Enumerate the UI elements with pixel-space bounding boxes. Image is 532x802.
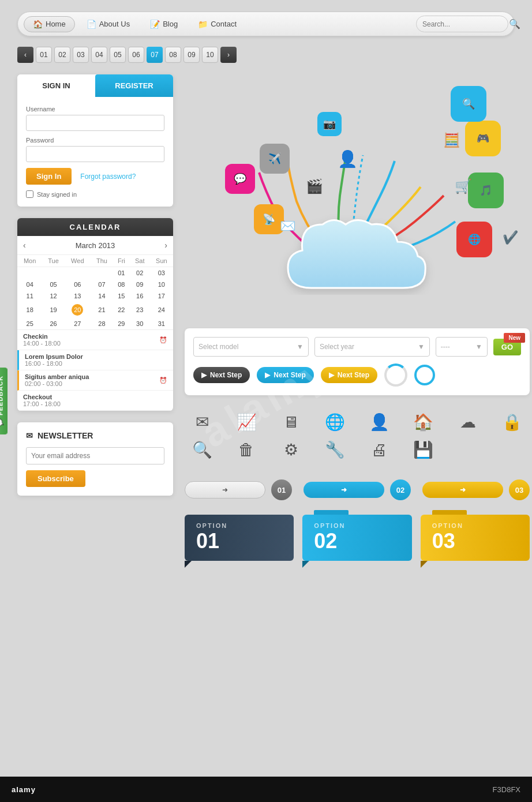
icon-search[interactable]: 🔍 [185,440,220,459]
icon-save[interactable]: 💾 [406,440,441,459]
cal-day[interactable]: 14 [91,290,113,302]
cal-day[interactable]: 30 [130,318,150,329]
forgot-password-link[interactable]: Forgot password? [80,173,136,181]
icon-gear[interactable]: ⚙ [273,440,309,459]
icon-globe[interactable]: 🌐 [317,413,353,432]
icon-chart[interactable]: 📈 [229,413,265,432]
nav-home[interactable]: 🏠 Home [24,16,75,32]
cal-day[interactable]: 08 [113,279,130,290]
page-08[interactable]: 08 [165,47,181,63]
cal-day[interactable]: 13 [65,290,91,302]
cal-day[interactable]: 07 [91,279,113,290]
nav-about[interactable]: 📄 About Us [78,17,138,32]
icon-print[interactable]: 🖨 [362,440,398,459]
username-input[interactable] [26,115,164,131]
app-icon-film: 🎬 [306,178,323,194]
cal-day[interactable]: 18 [17,302,42,318]
step-btn-3[interactable]: ▶ Next Step [321,367,377,383]
cal-day[interactable]: 10 [150,279,173,290]
page-03[interactable]: 03 [73,47,89,63]
loading-spinner [384,363,407,387]
cal-day[interactable]: 24 [150,302,173,318]
cal-day[interactable]: 28 [91,318,113,329]
step-btn-1[interactable]: ▶ Next Step [193,367,250,383]
cal-day[interactable]: 15 [113,290,130,302]
icon-monitor[interactable]: 🖥 [273,413,309,432]
page-06[interactable]: 06 [128,47,144,63]
app-icon-web: 🌐 [456,222,492,257]
cal-day[interactable]: 05 [42,279,64,290]
select-model-dropdown[interactable]: Select model ▼ [193,337,309,357]
signin-button[interactable]: Sign In [26,168,72,185]
cal-day[interactable]: 27 [65,318,91,329]
page-01[interactable]: 01 [36,47,52,63]
icon-lock[interactable]: 🔒 [494,413,530,432]
icon-trash[interactable]: 🗑 [229,440,265,459]
cal-day[interactable]: 02 [130,267,150,279]
nav-contact[interactable]: 📁 Contact [189,17,245,32]
cal-day[interactable]: 03 [150,267,173,279]
page-07-active[interactable]: 07 [147,47,163,63]
alarm-icon: ⏰ [159,336,167,344]
icon-cloud[interactable]: ☁ [450,413,486,432]
outline-button[interactable]: ➜ [185,481,265,499]
stay-signed-label: Stay signed in [37,191,77,198]
cal-day[interactable]: 25 [17,318,42,329]
subscribe-button[interactable]: Subscribe [26,470,85,487]
cal-day[interactable]: 26 [42,318,64,329]
select-year-dropdown[interactable]: Select year ▼ [314,337,430,357]
page-05[interactable]: 05 [110,47,126,63]
feedback-tab[interactable]: 💬 FEEDBACK [0,368,8,434]
cal-day[interactable]: 29 [113,318,130,329]
new-badge: New [504,333,525,343]
newsletter-box: ✉ NEWSLETTER Subscribe [17,422,173,496]
cal-day[interactable]: 19 [42,302,64,318]
icon-contact[interactable]: 👤 [362,413,398,432]
cal-day[interactable]: 04 [17,279,42,290]
cal-day[interactable]: 01 [113,267,130,279]
search-icon: 🔍 [509,18,520,29]
select-extra-dropdown[interactable]: ---- ▼ [436,337,488,357]
cal-day[interactable]: 11 [17,290,42,302]
page-02[interactable]: 02 [54,47,70,63]
cal-day[interactable]: 21 [91,302,113,318]
cal-day[interactable]: 31 [150,318,173,329]
mail-icon: ✉ [26,431,33,440]
nav-blog-label: Blog [163,20,178,28]
cal-prev-btn[interactable]: ‹ [23,241,26,250]
nav-blog[interactable]: 📝 Blog [141,17,186,32]
cal-day-thu: Thu [91,255,113,267]
app-icon-check: ✔️ [503,230,518,245]
cal-next-btn[interactable]: › [164,241,167,250]
step-btn-2[interactable]: ▶ Next Step [257,367,313,383]
cal-day[interactable]: 20 [65,302,91,318]
page-next[interactable]: › [220,47,237,63]
cal-day[interactable]: 17 [150,290,173,302]
bottom-bar-logo: alamy [12,785,36,794]
icon-wrench[interactable]: 🔧 [317,440,353,459]
password-input[interactable] [26,146,164,162]
blue-button[interactable]: ➜ [304,482,384,498]
cloud-section: 💬 📡 ✈️ 📷 🎮 🔍 🎵 🌐 👤 🧮 [185,74,530,317]
cal-day [42,267,64,279]
page-09[interactable]: 09 [183,47,200,63]
page-04[interactable]: 04 [91,47,107,63]
icon-home[interactable]: 🏠 [406,413,441,432]
stay-signed-checkbox[interactable] [26,190,33,198]
search-input[interactable] [422,20,509,28]
cal-day[interactable]: 09 [130,279,150,290]
icon-mail[interactable]: ✉ [185,413,220,432]
cal-day[interactable]: 23 [130,302,150,318]
page-prev[interactable]: ‹ [17,47,33,63]
page-10[interactable]: 10 [202,47,218,63]
cal-day[interactable]: 12 [42,290,64,302]
cal-day[interactable]: 22 [113,302,130,318]
yellow-button[interactable]: ➜ [422,482,503,498]
cal-day[interactable]: 16 [130,290,150,302]
newsletter-email-input[interactable] [26,447,164,464]
password-label: Password [26,137,164,144]
nav-search[interactable]: 🔍 [416,16,508,32]
tab-register[interactable]: REGISTER [95,74,173,97]
cal-day[interactable]: 06 [65,279,91,290]
tab-signin[interactable]: SIGN IN [17,74,95,97]
